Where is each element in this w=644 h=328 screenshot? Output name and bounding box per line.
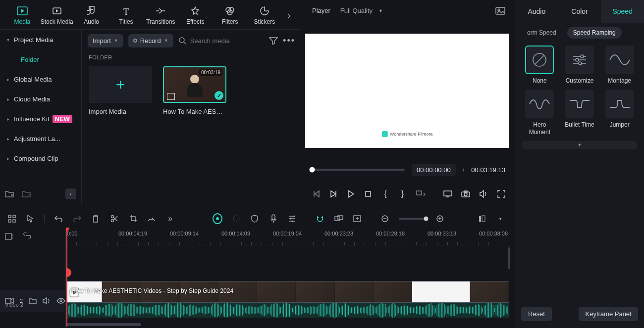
fullscreen-icon[interactable] <box>497 189 505 199</box>
step-back-icon[interactable] <box>329 189 338 199</box>
subtab-uniform-speed[interactable]: orm Speed <box>521 27 562 39</box>
vertical-scrollbar[interactable] <box>508 247 510 269</box>
folder-track-icon[interactable] <box>29 298 37 304</box>
playhead[interactable] <box>66 228 67 327</box>
tab-stock-media[interactable]: Stock Media <box>40 3 74 28</box>
volume-icon[interactable] <box>479 189 488 199</box>
play-icon[interactable] <box>347 189 355 199</box>
media-clip-card[interactable]: 00:03:19 ✓ How To Make AESTHE... <box>163 66 226 115</box>
layout-icon[interactable] <box>7 214 17 224</box>
sidebar-item-cloud-media[interactable]: Cloud Media <box>0 89 81 109</box>
delete-icon[interactable] <box>91 214 101 224</box>
sidebar-item-compound-clip[interactable]: Compound Clip <box>0 148 81 168</box>
right-tab-speed[interactable]: Speed <box>601 0 644 23</box>
ai-icon[interactable] <box>213 214 222 224</box>
mixer-icon[interactable] <box>287 214 297 224</box>
svg-rect-52 <box>5 234 11 239</box>
auto-ripple-icon[interactable] <box>5 233 14 240</box>
preset-montage[interactable]: Montage <box>602 46 637 85</box>
select-tool-icon[interactable] <box>26 214 36 224</box>
import-dropdown[interactable]: Import▼ <box>88 34 123 47</box>
preset-none[interactable]: None <box>522 46 557 85</box>
mark-in-icon[interactable]: { <box>381 189 389 199</box>
tab-effects[interactable]: Effects <box>178 3 213 28</box>
enhance-icon[interactable] <box>231 214 241 224</box>
expand-presets[interactable]: ▼ <box>522 141 637 149</box>
svg-point-25 <box>581 55 584 58</box>
sidebar-item-global-media[interactable]: Global Media <box>0 69 81 89</box>
player-header: Player Full Quality▼ <box>305 1 512 21</box>
watermark: Wondershare Filmora <box>382 131 432 137</box>
tab-media[interactable]: Media <box>5 3 40 28</box>
preset-customize[interactable]: Customize <box>562 46 597 85</box>
link-icon[interactable] <box>334 214 344 224</box>
shield-icon[interactable] <box>250 214 260 224</box>
reset-button[interactable]: Reset <box>521 307 552 321</box>
audio-icon <box>86 5 97 16</box>
tab-transitions[interactable]: Transitions <box>143 3 178 28</box>
preset-bullet-time[interactable]: Bullet Time <box>562 90 597 136</box>
sidebar-item-influence-kit[interactable]: Influence KitNEW <box>0 109 81 129</box>
current-time[interactable]: 00:00:00:00 <box>412 164 456 176</box>
right-tab-audio[interactable]: Audio <box>515 0 558 23</box>
preset-jumper[interactable]: Jumper <box>602 90 637 136</box>
tab-stickers[interactable]: Stickers <box>247 3 282 28</box>
link-tracks-icon[interactable] <box>23 233 32 240</box>
snapshot-icon[interactable] <box>495 7 505 15</box>
video-clip[interactable]: How To Make AESTHETIC Videos - Step by S… <box>67 281 509 303</box>
zoom-slider[interactable] <box>399 218 426 220</box>
timeline-main[interactable]: 0:0000:00:04:1900:00:09:1400:00:14:0900:… <box>66 228 512 328</box>
collapse-sidebar-button[interactable]: ‹ <box>65 188 76 199</box>
tab-titles[interactable]: T Titles <box>109 3 144 28</box>
hide-track-icon[interactable] <box>56 298 65 304</box>
track-view-dd[interactable]: ▼ <box>495 214 505 224</box>
sidebar-item-adjustment-layer[interactable]: Adjustment La... <box>0 129 81 148</box>
video-preview[interactable]: Wondershare Filmora <box>305 34 509 148</box>
zoom-in-icon[interactable] <box>435 214 445 224</box>
mic-icon[interactable] <box>268 214 278 224</box>
prev-frame-icon[interactable] <box>312 189 321 199</box>
filter-icon[interactable] <box>269 37 278 45</box>
subtab-speed-ramping[interactable]: Speed Ramping <box>567 27 622 39</box>
crop-icon[interactable] <box>128 214 138 224</box>
more-icon[interactable]: ••• <box>283 36 295 46</box>
mark-out-icon[interactable]: } <box>398 189 407 199</box>
zoom-out-icon[interactable] <box>380 214 390 224</box>
redo-icon[interactable] <box>72 214 82 224</box>
track-view-icon[interactable] <box>477 214 487 224</box>
horizontal-scrollbar[interactable] <box>67 323 141 326</box>
scrub-bar[interactable] <box>312 169 405 171</box>
record-dropdown[interactable]: Record▼ <box>128 34 173 47</box>
import-media-card[interactable]: + Import Media <box>89 66 152 115</box>
svg-rect-50 <box>479 220 481 222</box>
timeline-ruler[interactable]: 0:0000:00:04:1900:00:09:1400:00:14:0900:… <box>66 228 512 245</box>
sidebar-item-folder[interactable]: Folder <box>0 49 81 69</box>
new-folder-icon[interactable] <box>5 190 14 198</box>
quality-dropdown[interactable]: Full Quality▼ <box>340 7 383 14</box>
more-tools-icon[interactable]: » <box>165 214 175 224</box>
tab-audio[interactable]: Audio <box>74 3 109 28</box>
split-icon[interactable] <box>109 214 119 224</box>
preset-hero-moment[interactable]: Hero Moment <box>522 90 557 136</box>
keyframe-panel-button[interactable]: Keyframe Panel <box>579 307 639 321</box>
svg-marker-3 <box>56 9 58 12</box>
sidebar-item-project-media[interactable]: Project Media <box>0 30 81 49</box>
speed-icon[interactable] <box>147 214 157 224</box>
search-icon[interactable] <box>178 37 186 45</box>
mute-track-icon[interactable] <box>43 297 51 304</box>
tab-filters[interactable]: Filters <box>213 3 247 28</box>
undo-icon[interactable] <box>54 214 63 224</box>
audio-clip[interactable] <box>67 303 509 318</box>
stop-icon[interactable] <box>364 189 373 199</box>
display-icon[interactable] <box>443 189 452 199</box>
magnet-icon[interactable] <box>315 214 325 224</box>
stock-media-icon <box>52 5 62 16</box>
right-tab-color[interactable]: Color <box>558 0 601 23</box>
camera-icon[interactable] <box>461 189 470 199</box>
marker-add-icon[interactable] <box>353 214 363 224</box>
search-input[interactable] <box>190 37 260 45</box>
marker-dropdown[interactable] <box>416 189 426 199</box>
nav-more[interactable]: › <box>282 3 296 28</box>
remove-folder-icon[interactable] <box>22 190 31 198</box>
svg-marker-1 <box>21 9 24 13</box>
